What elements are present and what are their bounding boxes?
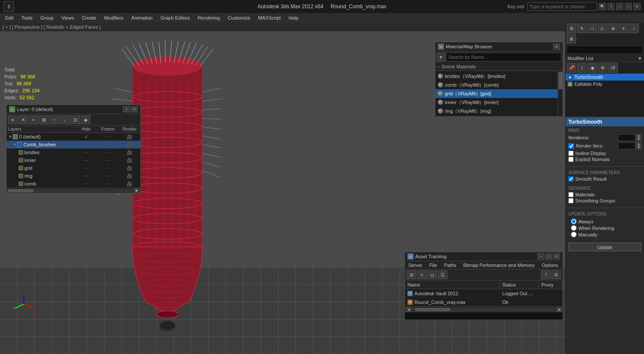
asset-menu-options[interactable]: Options bbox=[538, 261, 562, 269]
asset-scroll-left[interactable]: ◀ bbox=[406, 307, 411, 312]
layer-scroll-right[interactable]: ▶ bbox=[134, 188, 140, 193]
layer-tool-5[interactable]: ↑ bbox=[50, 115, 59, 124]
ts-always-radio[interactable] bbox=[571, 219, 577, 224]
layer-tool-3[interactable]: + bbox=[29, 115, 38, 124]
search-icon[interactable]: 🔍 bbox=[599, 3, 606, 10]
asset-row-file[interactable]: M Round_Comb_vray.max Ok bbox=[405, 298, 563, 307]
mat-item-bristles[interactable]: bristles（VRayMtl）[bristles] bbox=[435, 72, 563, 81]
asset-tb-settings[interactable]: ⚙ bbox=[551, 270, 561, 279]
layer-row-0[interactable]: ▼ 0 (default) ✓ ── 🎥 bbox=[7, 133, 140, 141]
menu-tools[interactable]: Tools bbox=[18, 14, 36, 21]
menu-views[interactable]: Views bbox=[58, 14, 77, 21]
asset-row-vault[interactable]: V Autodesk Vault 2012 Logged Out ... bbox=[405, 289, 563, 298]
mat-item-grid[interactable]: grid（VRayMtl）[grid] bbox=[435, 89, 563, 98]
mat-scrollbar[interactable] bbox=[557, 71, 563, 116]
asset-restore-btn[interactable]: □ bbox=[545, 253, 552, 260]
layer-row-grid[interactable]: grid ── ── 🎥 bbox=[7, 164, 140, 172]
close-btn[interactable]: ✕ bbox=[634, 3, 641, 10]
mat-item-comb[interactable]: comb（VRayMtl）[comb] bbox=[435, 81, 563, 89]
menu-modifiers[interactable]: Modifiers bbox=[100, 14, 127, 21]
menu-create[interactable]: Create bbox=[78, 14, 100, 21]
rp-btn-8[interactable]: ⊞ bbox=[567, 34, 576, 44]
asset-scrollbar-h[interactable]: ◀ ▶ bbox=[405, 307, 563, 312]
ts-render-iters-checkbox[interactable] bbox=[568, 143, 574, 149]
menu-group[interactable]: Group bbox=[37, 14, 57, 21]
layer-row-innier[interactable]: innier ── ── 🎥 bbox=[7, 156, 140, 164]
rp-btn-7[interactable]: ↕ bbox=[629, 24, 639, 33]
ts-materials-checkbox[interactable] bbox=[568, 192, 574, 197]
ts-smooth-result-checkbox[interactable] bbox=[568, 176, 574, 182]
ts-iterations-down[interactable]: ▼ bbox=[636, 138, 641, 141]
layer-tool-2[interactable]: ✕ bbox=[18, 115, 28, 124]
layer-row-comb[interactable]: comb ── ── 🎥 bbox=[7, 180, 140, 188]
ts-render-iters-down[interactable]: ▼ bbox=[636, 146, 641, 149]
asset-menu-bitmap[interactable]: Bitmap Performance and Memory bbox=[460, 261, 538, 269]
ts-isoline-checkbox[interactable] bbox=[568, 151, 574, 156]
mod-tool-cursor[interactable]: ↕ bbox=[577, 63, 587, 73]
asset-scroll-right[interactable]: ▶ bbox=[557, 307, 562, 312]
rp-btn-6[interactable]: ≡ bbox=[619, 24, 628, 33]
layer-scrollbar[interactable]: ▶ bbox=[7, 188, 140, 193]
asset-tb-btn-1[interactable]: ⊞ bbox=[407, 270, 416, 279]
layer-tool-7[interactable]: ⊡ bbox=[70, 115, 80, 124]
ts-render-iters-input[interactable]: 2 bbox=[618, 142, 635, 149]
mat-filter-btn[interactable]: ▼ bbox=[437, 53, 445, 61]
ts-main-section: Main Iterations: 0 ▲ ▼ Render Iters: 2 ▲ bbox=[566, 126, 644, 165]
mat-close-btn[interactable]: ✕ bbox=[553, 44, 560, 50]
rp-btn-3[interactable]: □ bbox=[587, 24, 597, 33]
asset-tb-btn-3[interactable]: 🗂 bbox=[427, 270, 437, 279]
asset-cell-vault-proxy bbox=[539, 289, 563, 297]
mat-item-innier[interactable]: innier（VRayMtl）[innier] bbox=[435, 98, 563, 107]
layer-row-bristles[interactable]: bristles ── ── 🎥 bbox=[7, 148, 140, 156]
maximize-btn[interactable]: □ bbox=[625, 3, 632, 10]
mat-ball-grid bbox=[438, 91, 443, 96]
ts-explicit-checkbox[interactable] bbox=[568, 157, 574, 162]
asset-menu-paths[interactable]: Paths bbox=[440, 261, 460, 269]
asset-close-btn[interactable]: ✕ bbox=[553, 253, 560, 260]
layer-panel-close[interactable]: ✕ bbox=[131, 106, 138, 112]
rp-btn-5[interactable]: ⊕ bbox=[608, 24, 618, 33]
modifier-turbosmooth[interactable]: ■ TurboSmooth bbox=[566, 74, 644, 81]
menu-graph-editors[interactable]: Graph Editors bbox=[157, 14, 194, 21]
ts-manually-radio[interactable] bbox=[571, 232, 577, 237]
mat-search-input[interactable] bbox=[446, 53, 561, 61]
asset-minimize-btn[interactable]: ─ bbox=[537, 253, 544, 260]
asset-menu-file[interactable]: File bbox=[426, 261, 440, 269]
menu-maxscript[interactable]: MAXScript bbox=[255, 14, 284, 21]
layer-tool-6[interactable]: ↓ bbox=[60, 115, 70, 124]
modifier-editable-poly[interactable]: ■ Editable Poly bbox=[566, 81, 644, 88]
layer-tool-8[interactable]: ◈ bbox=[81, 115, 90, 124]
rp-btn-2[interactable]: ✎ bbox=[577, 24, 587, 33]
keyword-input[interactable] bbox=[527, 2, 597, 11]
mod-tool-rotate[interactable]: ↺ bbox=[608, 63, 618, 73]
help-icon[interactable]: ? bbox=[607, 3, 614, 10]
asset-tb-help[interactable]: ? bbox=[541, 270, 551, 279]
modifier-search-input[interactable]: grid bbox=[567, 45, 643, 54]
menu-customize[interactable]: Customize bbox=[224, 14, 254, 21]
layer-row-ring[interactable]: ring ── ── 🎥 bbox=[7, 172, 140, 180]
asset-th-name: Name bbox=[405, 280, 500, 289]
layer-tool-4[interactable]: ⊞ bbox=[39, 115, 49, 124]
rp-btn-1[interactable]: ⚙ bbox=[567, 24, 576, 33]
mod-tool-pin[interactable]: 📌 bbox=[567, 63, 576, 73]
ts-update-button[interactable]: Update bbox=[568, 243, 641, 251]
menu-rendering[interactable]: Rendering bbox=[194, 14, 224, 21]
ts-smoothing-groups-checkbox[interactable] bbox=[568, 198, 574, 203]
ts-when-rendering-radio[interactable] bbox=[571, 225, 577, 231]
ts-iterations-input[interactable]: 0 bbox=[618, 134, 635, 141]
ts-separate-section: Separate Materials Smoothing Groups bbox=[566, 184, 644, 206]
mod-tool-move[interactable]: ✛ bbox=[598, 63, 607, 73]
menu-animation[interactable]: Animation bbox=[128, 14, 156, 21]
mod-tool-select[interactable]: ◈ bbox=[587, 63, 597, 73]
asset-menu-server[interactable]: Server bbox=[405, 261, 426, 269]
asset-tb-btn-2[interactable]: ≡ bbox=[417, 270, 427, 279]
rp-btn-4[interactable]: ▷ bbox=[598, 24, 607, 33]
asset-tb-btn-4[interactable]: ☰ bbox=[438, 270, 447, 279]
mat-item-ring[interactable]: ring（VRayMtl）[ring] bbox=[435, 107, 563, 115]
layer-panel-help[interactable]: ? bbox=[123, 106, 130, 112]
minimize-btn[interactable]: ─ bbox=[616, 3, 623, 10]
layer-tool-1[interactable]: ≡ bbox=[8, 115, 17, 124]
menu-help[interactable]: Help bbox=[285, 14, 302, 21]
menu-edit[interactable]: Edit bbox=[2, 14, 17, 21]
layer-row-comb-brushes[interactable]: ▼ Comb_brushes □ ── 🎥 bbox=[7, 141, 140, 148]
